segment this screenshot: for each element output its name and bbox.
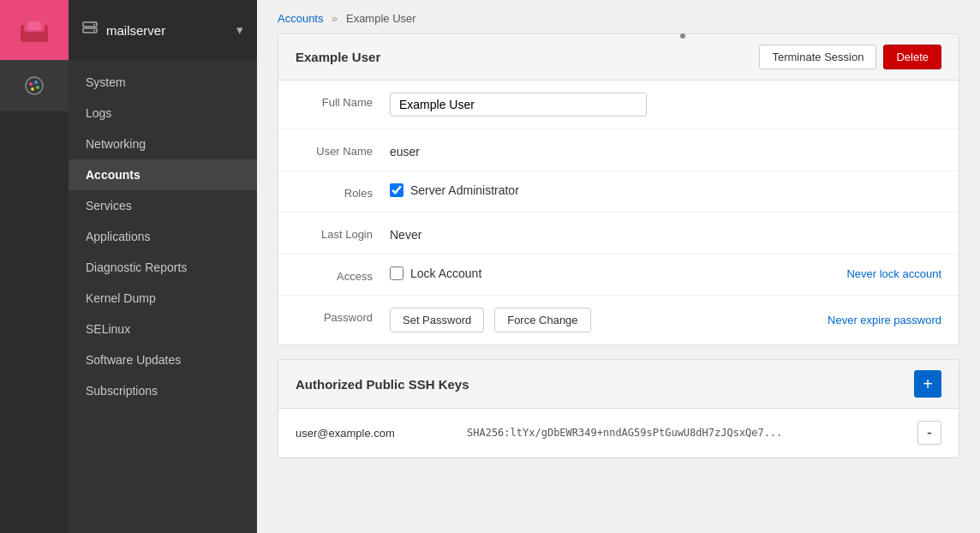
sidebar-item-applications[interactable]: Applications xyxy=(69,221,257,252)
sidebar-item-networking[interactable]: Networking xyxy=(69,129,257,159)
terminate-session-button[interactable]: Terminate Session xyxy=(759,45,876,69)
username-row: User Name euser xyxy=(278,129,959,171)
card-header-actions: Terminate Session Delete xyxy=(759,45,941,69)
breadcrumb-parent-link[interactable]: Accounts xyxy=(278,12,323,25)
last-login-value: Never xyxy=(390,225,421,242)
palette-icon[interactable] xyxy=(0,60,69,111)
roles-row: Roles Server Administrator xyxy=(278,171,959,213)
add-ssh-key-button[interactable]: + xyxy=(914,370,941,398)
access-row: Access Lock Account Never lock account xyxy=(278,255,959,296)
status-dot xyxy=(680,33,685,39)
chevron-down-icon[interactable]: ▾ xyxy=(236,22,243,38)
set-password-button[interactable]: Set Password xyxy=(390,308,484,332)
full-name-input[interactable] xyxy=(390,93,647,117)
never-lock-link[interactable]: Never lock account xyxy=(846,267,941,280)
lock-account-text: Lock Account xyxy=(410,266,481,280)
svg-point-5 xyxy=(34,81,38,84)
sidebar-item-system[interactable]: System xyxy=(69,67,257,98)
server-icon xyxy=(82,21,98,40)
ssh-key-row: user@example.com SHA256:ltYx/gDbEWR349+n… xyxy=(278,409,959,458)
svg-point-3 xyxy=(26,77,43,94)
sidebar: mailserver ▾ System Logs Networking Acco… xyxy=(69,0,257,533)
last-login-label: Last Login xyxy=(296,225,390,241)
roles-checkbox[interactable] xyxy=(390,183,403,197)
svg-rect-2 xyxy=(27,21,41,30)
sidebar-item-kernel-dump[interactable]: Kernel Dump xyxy=(69,283,257,314)
lock-account-label[interactable]: Lock Account xyxy=(390,266,481,280)
sidebar-header[interactable]: mailserver ▾ xyxy=(69,0,257,60)
breadcrumb-separator: » xyxy=(332,12,338,25)
sidebar-item-subscriptions[interactable]: Subscriptions xyxy=(69,375,257,406)
full-name-content xyxy=(390,93,941,117)
password-label: Password xyxy=(296,308,390,324)
svg-point-7 xyxy=(31,87,34,91)
svg-point-10 xyxy=(93,23,95,25)
username-value: euser xyxy=(390,141,420,159)
full-name-label: Full Name xyxy=(296,93,390,109)
icon-bar xyxy=(0,0,69,533)
svg-point-11 xyxy=(93,29,95,31)
sidebar-item-accounts[interactable]: Accounts xyxy=(69,159,257,190)
ssh-key-fingerprint: SHA256:ltYx/gDbEWR349+nndAG59sPtGuwU8dH7… xyxy=(467,427,917,439)
access-label: Access xyxy=(296,266,390,283)
ssh-card-title: Authorized Public SSH Keys xyxy=(296,377,469,392)
access-content: Lock Account Never lock account xyxy=(390,266,941,280)
sidebar-item-logs[interactable]: Logs xyxy=(69,98,257,129)
sidebar-item-services[interactable]: Services xyxy=(69,190,257,221)
password-row: Password Set Password Force Change Never… xyxy=(278,296,959,344)
lock-account-checkbox[interactable] xyxy=(390,266,403,280)
ssh-key-email: user@example.com xyxy=(296,427,467,440)
never-expire-link[interactable]: Never expire password xyxy=(828,314,941,326)
svg-point-4 xyxy=(29,82,33,86)
username-content: euser xyxy=(390,141,941,159)
username-label: User Name xyxy=(296,141,390,158)
last-login-content: Never xyxy=(390,225,941,242)
breadcrumb-current: Example User xyxy=(346,12,416,25)
roles-content: Server Administrator xyxy=(390,183,941,197)
delete-button[interactable]: Delete xyxy=(883,45,941,69)
force-change-button[interactable]: Force Change xyxy=(494,308,590,332)
user-card-header: Example User Terminate Session Delete xyxy=(278,34,959,81)
sidebar-item-diagnostic-reports[interactable]: Diagnostic Reports xyxy=(69,252,257,283)
main-content: Accounts » Example User Example User Ter… xyxy=(257,0,980,533)
user-card-title: Example User xyxy=(296,50,380,64)
remove-ssh-key-button[interactable]: - xyxy=(917,421,941,445)
svg-point-6 xyxy=(36,86,39,89)
password-content: Set Password Force Change Never expire p… xyxy=(390,308,941,332)
roles-checkbox-label[interactable]: Server Administrator xyxy=(390,183,519,197)
sidebar-navigation: System Logs Networking Accounts Services… xyxy=(69,60,257,406)
last-login-row: Last Login Never xyxy=(278,213,959,255)
roles-label: Roles xyxy=(296,183,390,200)
app-logo[interactable] xyxy=(0,0,69,60)
full-name-row: Full Name xyxy=(278,81,959,129)
user-card: Example User Terminate Session Delete Fu… xyxy=(278,33,959,345)
roles-value: Server Administrator xyxy=(410,183,519,197)
ssh-keys-card: Authorized Public SSH Keys + user@exampl… xyxy=(278,359,959,458)
sidebar-item-software-updates[interactable]: Software Updates xyxy=(69,344,257,375)
ssh-card-header: Authorized Public SSH Keys + xyxy=(278,360,959,409)
breadcrumb: Accounts » Example User xyxy=(257,0,980,33)
server-name: mailserver xyxy=(106,23,165,38)
sidebar-item-selinux[interactable]: SELinux xyxy=(69,314,257,344)
